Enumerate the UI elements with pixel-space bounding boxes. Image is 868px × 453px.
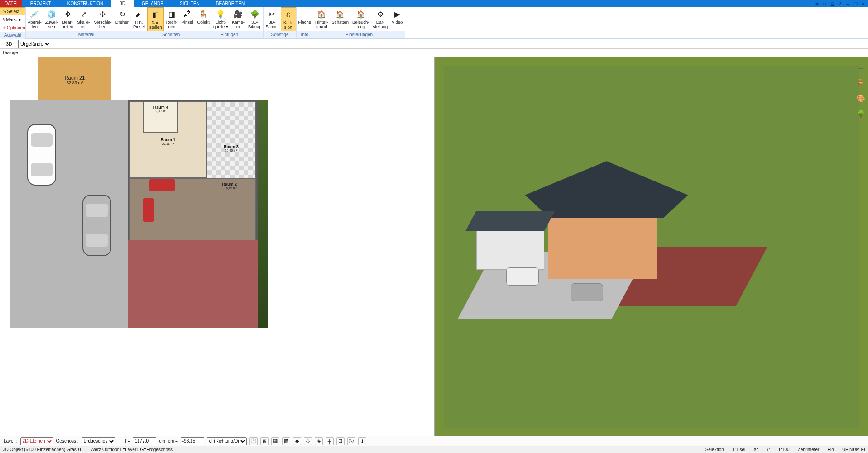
tab-gelaende[interactable]: GELÄNDE bbox=[134, 0, 172, 7]
layers-icon[interactable]: ≣ bbox=[856, 62, 866, 72]
palette-icon[interactable]: 🎨 bbox=[856, 93, 866, 103]
ribbon-group-material: 💉Abgrei- fen 🧊Zuwei- sen ✥Bear- beiten ⤢… bbox=[26, 7, 147, 38]
3dbitmap-button[interactable]: 🌳3D- Bitmap bbox=[246, 7, 264, 31]
garage-3d[interactable] bbox=[476, 224, 544, 270]
pane-2d-floorplan[interactable]: Raum 21 32,83 m² Raum 1 20,11 m² Raum 4 … bbox=[0, 57, 435, 437]
room-size: 20,11 m² bbox=[162, 142, 174, 145]
tab-konstruktion[interactable]: KONSTRUKTION bbox=[59, 0, 111, 7]
car3d-2[interactable] bbox=[571, 283, 603, 301]
beleuchtung-button[interactable]: 🏠Beleuch- tung bbox=[350, 7, 371, 31]
drehen-button[interactable]: ↻Drehen bbox=[114, 7, 131, 31]
3dschnitt-button[interactable]: ✂3D- Schnitt bbox=[264, 7, 280, 31]
titlebar-icons: ★ □ ⬓ ? – ❐ ✕ bbox=[814, 0, 868, 7]
status-y: Y: bbox=[766, 447, 770, 452]
help-icon[interactable]: ? bbox=[837, 0, 843, 7]
btn-label: Dar- stellung bbox=[373, 20, 388, 29]
l-input[interactable] bbox=[133, 437, 156, 445]
unit-label: cm bbox=[159, 439, 165, 443]
snap3-icon[interactable]: ◈ bbox=[315, 437, 323, 445]
phi-input[interactable] bbox=[181, 437, 204, 445]
plant-icon[interactable]: 🌳 bbox=[856, 109, 866, 119]
car3d-1[interactable] bbox=[506, 267, 539, 286]
edit-icon: ✥ bbox=[62, 9, 72, 19]
room-name: Raum 1 bbox=[161, 138, 176, 142]
dl-select[interactable]: dl (Richtung/Di bbox=[207, 437, 247, 445]
status-ratio: 1:1 sel bbox=[732, 447, 745, 452]
snap2-icon[interactable]: ◇ bbox=[304, 437, 312, 445]
tab-file[interactable]: DATEI bbox=[0, 0, 22, 7]
hintergrund-button[interactable]: 🏠Hinter- grund bbox=[313, 7, 330, 31]
video-icon: ▶ bbox=[392, 9, 402, 19]
north-icon[interactable]: Ⓝ bbox=[347, 437, 355, 445]
btn-label: Hinter- grund bbox=[315, 20, 328, 29]
verschieben-button[interactable]: ✣Verschie- ben bbox=[92, 7, 114, 31]
furniture-icon[interactable]: 🪑 bbox=[856, 78, 866, 88]
lichtquelle-button[interactable]: 💡Licht- quelle ▾ bbox=[211, 7, 230, 31]
window2-icon[interactable]: ⬓ bbox=[829, 0, 835, 7]
darstellen-button[interactable]: ◧Dar- stellen bbox=[147, 7, 164, 31]
room-name: Raum 3 bbox=[224, 144, 239, 149]
hinpinsel-button[interactable]: 🖌Hin. Pinsel bbox=[131, 7, 147, 31]
terrace-2d[interactable] bbox=[128, 240, 258, 328]
car-2[interactable] bbox=[82, 195, 111, 256]
geschoss-select[interactable]: Erdgeschos bbox=[82, 437, 115, 445]
rechnen-button[interactable]: ◨Rech- nen bbox=[164, 7, 179, 31]
layer-label: Layer : bbox=[4, 439, 18, 443]
garage-roof-3d[interactable] bbox=[465, 211, 555, 231]
minimize-icon[interactable]: – bbox=[844, 0, 851, 7]
btn-label: 3D- Bitmap bbox=[248, 20, 262, 29]
zuweisen-button[interactable]: 🧊Zuwei- sen bbox=[43, 7, 60, 31]
bearbeiten-button[interactable]: ✥Bear- beiten bbox=[60, 7, 75, 31]
skalieren-button[interactable]: ⤢Skalie- ren bbox=[75, 7, 92, 31]
hedge[interactable] bbox=[258, 100, 268, 328]
car-1[interactable] bbox=[27, 124, 56, 186]
star-icon[interactable]: ★ bbox=[814, 0, 820, 7]
sofa-2[interactable] bbox=[143, 198, 154, 222]
room-4[interactable]: Raum 4 2,89 m² bbox=[143, 101, 178, 133]
kamera-button[interactable]: 🎥Kame- ra bbox=[230, 7, 246, 31]
tab-projekt[interactable]: PROJEKT bbox=[22, 0, 59, 7]
room-21-shed[interactable]: Raum 21 32,83 m² bbox=[38, 57, 111, 103]
maximize-icon[interactable]: ❐ bbox=[852, 0, 858, 7]
tab-bearbeiten[interactable]: BEARBEITEN bbox=[208, 0, 253, 7]
kollision-button[interactable]: ⎌Kolli- sion bbox=[281, 7, 296, 31]
grid2-icon[interactable]: ▩ bbox=[282, 437, 290, 445]
group-label-einstellungen: Einstellungen bbox=[313, 31, 405, 38]
info-icon[interactable]: ℹ bbox=[358, 437, 366, 445]
pane-3d-view[interactable]: ≣ 🪑 🎨 🌳 bbox=[435, 57, 868, 437]
grid1-icon[interactable]: ▦ bbox=[271, 437, 279, 445]
room-size: 2,89 m² bbox=[155, 110, 166, 113]
close-icon[interactable]: ✕ bbox=[860, 0, 866, 7]
mark-button[interactable]: ✎ Mark. ▾ bbox=[0, 15, 25, 24]
camera-icon: 🎥 bbox=[233, 9, 243, 19]
flaeche-button[interactable]: ▭Fläche bbox=[297, 7, 313, 31]
schatten2-button[interactable]: 🏠Schatten bbox=[330, 7, 351, 31]
tab-3d[interactable]: 3D bbox=[111, 0, 134, 7]
btn-label: Hin. Pinsel bbox=[133, 20, 145, 29]
window1-icon[interactable]: □ bbox=[821, 0, 828, 7]
snap1-icon[interactable]: ◆ bbox=[293, 437, 301, 445]
layer-select[interactable]: 2D-Elemen bbox=[20, 437, 53, 445]
dialog-label: Dialoge: bbox=[3, 50, 19, 55]
darstellung2-button[interactable]: ⚙Dar- stellung bbox=[371, 7, 390, 31]
select-button[interactable]: 🖱 Selekt bbox=[0, 7, 25, 15]
pinsel-button[interactable]: 🖍Pinsel bbox=[179, 7, 195, 31]
clock-icon[interactable]: 🕒 bbox=[249, 437, 258, 445]
brush-icon: 🖌 bbox=[134, 9, 144, 19]
options-button[interactable]: ＋Optionen bbox=[0, 24, 25, 32]
btn-label: Dar- stellen bbox=[149, 20, 162, 29]
ortho-icon[interactable]: ┼ bbox=[326, 437, 334, 445]
abgreifen-button[interactable]: 💉Abgrei- fen bbox=[26, 7, 43, 31]
video-button[interactable]: ▶Video bbox=[389, 7, 405, 31]
options-label: Optionen bbox=[7, 25, 25, 30]
monitor-icon[interactable]: 🖥 bbox=[260, 437, 269, 445]
ribbon-group-schatten: ◧Dar- stellen ◨Rech- nen 🖍Pinsel Schatte… bbox=[147, 7, 195, 38]
assign-icon: 🧊 bbox=[47, 9, 57, 19]
ribbon-group-info: ▭Fläche Info bbox=[297, 7, 314, 38]
sofa-1[interactable] bbox=[149, 179, 175, 191]
subject-select[interactable]: Urgelände bbox=[18, 40, 51, 48]
gridshow-icon[interactable]: ⊞ bbox=[336, 437, 345, 445]
tab-sichten[interactable]: SICHTEN bbox=[172, 0, 208, 7]
objekt-button[interactable]: 🪑Objekt bbox=[195, 7, 211, 31]
room-name: Raum 2 bbox=[222, 182, 237, 186]
